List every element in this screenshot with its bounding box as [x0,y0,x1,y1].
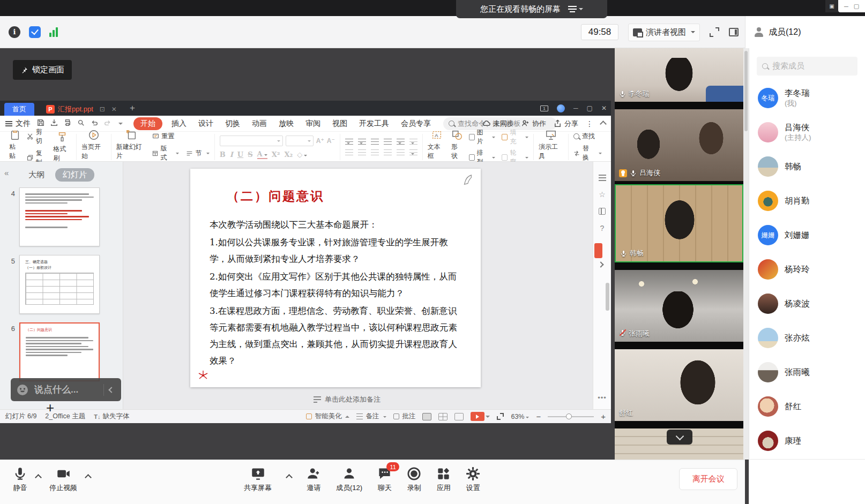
member-row[interactable]: 舒红 [749,389,865,424]
ribbon-tab-home[interactable]: 开始 [133,117,162,130]
share-button[interactable]: 分享 [554,119,578,129]
member-row[interactable]: 张亦炫 [749,321,865,355]
increase-indent-button[interactable] [384,139,392,145]
bold-button[interactable]: B [220,151,226,159]
member-row[interactable]: 杨凌波 [749,287,865,321]
close-tab-icon[interactable]: ✕ [111,106,117,113]
meeting-info-icon[interactable]: i [9,26,20,38]
security-shield-icon[interactable] [29,26,41,38]
member-search-input[interactable]: 搜索成员 [757,57,857,76]
numbered-list-button[interactable] [358,139,366,145]
lock-view-button[interactable]: 锁定画面 [13,60,72,80]
shapes-button[interactable]: 形状 [451,129,464,166]
apps-button[interactable]: 应用 [436,467,451,493]
wps-close-icon[interactable]: ✕ [601,104,607,112]
video-tile[interactable]: 吕海侠 [615,109,743,181]
zoom-slider-knob[interactable] [566,413,572,419]
stop-video-button[interactable]: 停止视频 [49,467,77,493]
ribbon-tab-devtools[interactable]: 开发工具 [359,119,389,129]
line-spacing-button[interactable] [397,139,405,145]
wps-home-tab[interactable]: 首页 [4,103,34,116]
collapse-ribbon-icon[interactable] [600,121,607,127]
ribbon-tab-view[interactable]: 视图 [332,119,347,129]
help-icon[interactable]: ? [600,224,605,232]
smart-beautify-button[interactable]: 智能美化 [306,412,349,421]
format-painter-button[interactable]: 格式刷 [53,131,71,163]
collaborate-button[interactable]: 协作 [521,119,546,129]
redo-icon[interactable] [104,119,111,128]
font-family-select[interactable] [220,136,283,146]
zoom-in-button[interactable]: + [601,412,606,421]
play-from-current-button[interactable]: 当页开始 [81,129,106,166]
slide-thumbnail-5[interactable]: 5 三、确定选题 （一）最初设计 [0,255,100,314]
layout-button[interactable]: 版式 节 [152,144,210,162]
paste-button[interactable]: 粘贴 [9,129,21,166]
columns-button[interactable] [409,149,417,156]
emoji-icon[interactable] [16,383,29,396]
replace-button[interactable]: 替换 [573,144,602,162]
justify-button[interactable] [384,149,392,156]
fill-button[interactable]: 填充 [502,128,528,146]
settings-button[interactable]: 设置 [466,467,480,493]
undo-icon[interactable] [91,119,98,128]
chat-input-placeholder[interactable]: 说点什么... [34,383,98,396]
animation-panel-icon[interactable]: ☆ [599,190,606,199]
ribbon-tab-insert[interactable]: 插入 [171,119,187,129]
canvas-scrollbar[interactable] [606,283,609,311]
video-tile[interactable]: 舒红 [615,349,743,421]
task-pane-tab[interactable] [594,243,602,258]
distribute-button[interactable] [397,149,405,156]
ribbon-tab-member[interactable]: 会员专享 [401,119,431,129]
video-tile[interactable]: 张雨曦 [615,270,743,342]
ribbon-tab-transition[interactable]: 切换 [225,119,240,129]
caret-down-icon[interactable] [118,123,123,127]
wps-cloud-icon[interactable] [557,104,565,112]
zoom-out-button[interactable]: − [536,412,541,421]
wps-document-tab[interactable]: P 汇报ppt.ppt ⊡ ✕ [41,103,122,116]
mute-button[interactable]: 静音 [13,467,27,493]
collapse-video-strip-button[interactable] [667,430,692,445]
subscript-button[interactable]: X₂ [284,151,293,159]
ribbon-tab-animation[interactable]: 动画 [252,119,267,129]
strikethrough-button[interactable]: S [248,151,252,159]
add-button[interactable]: + [46,400,54,416]
view-mode-dropdown[interactable]: 演讲者视图 [628,24,700,41]
member-row[interactable]: 胡肖勤 [749,184,865,218]
maximize-icon[interactable]: ▢ [854,3,859,10]
app-window-icon[interactable]: ▣ [825,0,838,12]
font-color-button[interactable]: A [257,150,267,159]
pin-tab-icon[interactable]: ⊡ [100,106,105,113]
member-row[interactable]: 冬瑞 李冬瑞(我) [749,81,865,115]
quick-chat-overlay[interactable]: 说点什么... [11,378,121,401]
current-slide[interactable]: （二）问题意识 本次教学活动围绕以下三大基本命题展开： 1.如何以公共课服务专业… [190,169,481,387]
chat-button[interactable]: 11 聊天 [377,467,392,493]
reset-button[interactable]: 重置 [152,132,210,141]
wps-maximize-icon[interactable]: ▢ [587,104,593,112]
wps-minimize-icon[interactable]: ─ [573,104,578,112]
toggle-sidebar-button[interactable] [729,28,739,36]
save-icon[interactable] [37,119,44,128]
invite-button[interactable]: 邀请 [307,467,321,493]
decrease-indent-button[interactable] [371,139,379,145]
video-strip-scrollbar[interactable] [743,48,749,460]
ribbon-tab-review[interactable]: 审阅 [305,119,320,129]
slide-sorter-view-button[interactable] [438,413,448,420]
textbox-button[interactable]: A 文本框 [428,129,446,166]
picture-button[interactable]: 图片 [469,128,496,146]
present-display-icon[interactable]: 1 [540,106,548,111]
slide-thumbnail-6-selected[interactable]: 6 （二）问题意识 [0,322,100,381]
member-row[interactable]: 姗姗 刘姗姗 [749,218,865,252]
find-button[interactable]: 查找 [573,132,602,141]
superscript-button[interactable]: X² [272,151,280,159]
decrease-font-button[interactable]: A⁻ [327,137,335,145]
outline-tab[interactable]: 大纲 [28,170,44,180]
network-signal-icon[interactable] [49,27,58,37]
collapse-panel-icon[interactable]: « [4,168,9,177]
slides-tab[interactable]: 幻灯片 [55,168,94,182]
members-button[interactable]: 成员(12) [336,467,362,493]
slide-thumbnail-4[interactable]: 4 [0,187,100,246]
print-preview-icon[interactable] [77,119,85,128]
ribbon-tab-slideshow[interactable]: 放映 [279,119,294,129]
fit-slide-icon[interactable] [497,413,504,420]
camera-options-chevron[interactable] [85,474,92,481]
